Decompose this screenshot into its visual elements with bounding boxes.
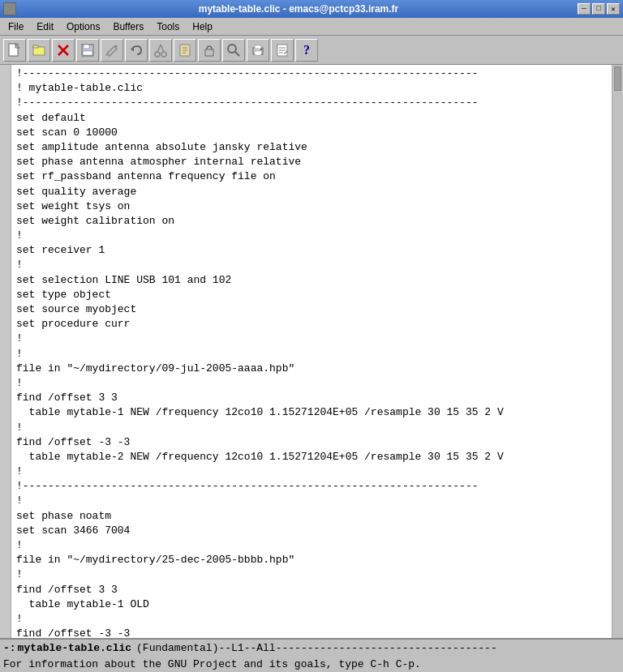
svg-rect-7 bbox=[84, 45, 89, 49]
scrollbar-thumb[interactable] bbox=[614, 66, 621, 91]
info-bar: For information about the GNU Project an… bbox=[0, 656, 623, 672]
svg-rect-8 bbox=[83, 51, 92, 55]
lock-button[interactable] bbox=[198, 39, 221, 62]
menu-edit[interactable]: Edit bbox=[30, 18, 60, 35]
menu-tools[interactable]: Tools bbox=[150, 18, 186, 35]
menu-bar: File Edit Options Buffers Tools Help bbox=[0, 18, 623, 36]
vertical-scrollbar[interactable] bbox=[612, 65, 623, 638]
app-icon bbox=[3, 2, 16, 15]
undo-button[interactable] bbox=[125, 39, 148, 62]
svg-rect-19 bbox=[205, 49, 213, 56]
title-bar-controls: — □ ✕ bbox=[578, 3, 620, 15]
svg-point-12 bbox=[161, 52, 166, 57]
maximize-button[interactable]: □ bbox=[592, 3, 605, 15]
cut-button[interactable] bbox=[149, 39, 172, 62]
svg-line-13 bbox=[157, 45, 161, 52]
line-gutter bbox=[0, 65, 11, 638]
menu-options[interactable]: Options bbox=[60, 18, 106, 35]
status-mode: (Fundamental)--L1--All------------------… bbox=[136, 642, 497, 654]
svg-point-11 bbox=[155, 52, 160, 57]
status-indicator: -: bbox=[3, 642, 16, 654]
window-title: mytable-table.clic - emacs@pctcp33.iram.… bbox=[19, 3, 578, 15]
help-button[interactable]: ? bbox=[295, 39, 318, 62]
info-button[interactable] bbox=[174, 39, 196, 62]
status-bar: -: mytable-table.clic (Fundamental)--L1-… bbox=[0, 638, 623, 656]
svg-rect-23 bbox=[255, 51, 261, 55]
open-file-button[interactable] bbox=[28, 39, 50, 62]
svg-point-25 bbox=[260, 49, 262, 50]
svg-rect-3 bbox=[33, 45, 38, 48]
search-button[interactable] bbox=[222, 39, 245, 62]
notepad-button[interactable] bbox=[271, 39, 294, 62]
menu-file[interactable]: File bbox=[2, 18, 30, 35]
editor-content[interactable]: !---------------------------------------… bbox=[11, 65, 612, 638]
editor-container: !---------------------------------------… bbox=[0, 65, 623, 638]
menu-help[interactable]: Help bbox=[186, 18, 219, 35]
svg-line-9 bbox=[106, 54, 107, 56]
menu-buffers[interactable]: Buffers bbox=[106, 18, 150, 35]
svg-rect-24 bbox=[255, 45, 261, 49]
title-bar: mytable-table.clic - emacs@pctcp33.iram.… bbox=[0, 0, 623, 18]
svg-point-20 bbox=[228, 45, 236, 53]
svg-line-14 bbox=[161, 45, 164, 52]
edit-button[interactable] bbox=[101, 39, 123, 62]
title-bar-left bbox=[3, 2, 19, 15]
save-button[interactable] bbox=[76, 39, 99, 62]
close-button[interactable]: ✕ bbox=[607, 3, 620, 15]
status-filename: mytable-table.clic bbox=[18, 642, 131, 654]
svg-line-21 bbox=[235, 52, 239, 56]
print-button[interactable] bbox=[247, 39, 269, 62]
close-file-button[interactable] bbox=[52, 39, 75, 62]
info-text: For information about the GNU Project an… bbox=[3, 658, 421, 670]
toolbar: ? bbox=[0, 36, 623, 65]
minimize-button[interactable]: — bbox=[578, 3, 591, 15]
new-file-button[interactable] bbox=[3, 39, 26, 62]
